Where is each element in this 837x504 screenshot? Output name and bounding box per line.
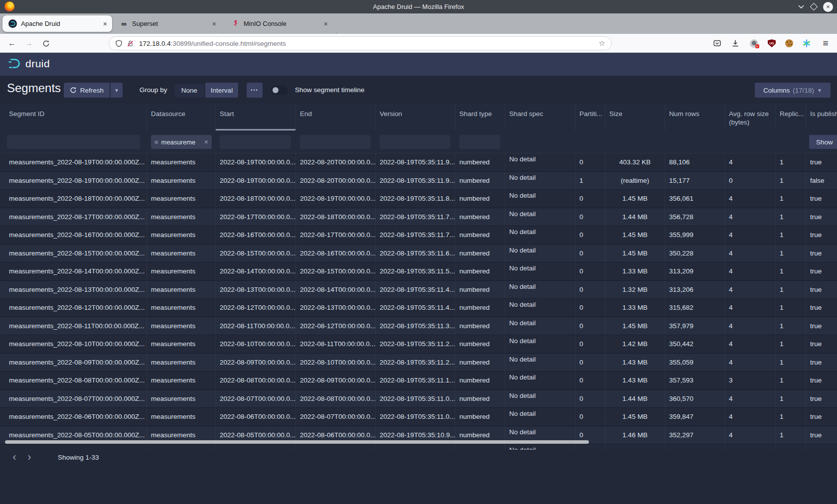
column-header-datasource[interactable]: Datasource — [147, 104, 216, 130]
table-row[interactable]: measurements_2022-08-15T00:00:00.000Z...… — [0, 245, 837, 263]
column-header-version[interactable]: Version — [376, 104, 455, 130]
table-row[interactable]: measurements_2022-08-16T00:00:00.000Z...… — [0, 226, 837, 245]
columns-button[interactable]: Columns (17/18) ▼ — [755, 83, 831, 98]
cell-datasource: measurements — [147, 226, 216, 244]
more-options-button[interactable]: ••• — [247, 83, 263, 98]
segment-timeline-toggle[interactable] — [271, 86, 288, 95]
reload-button[interactable] — [40, 37, 52, 49]
tab-minio-console[interactable]: MinIO Console × — [225, 15, 333, 32]
table-row[interactable]: measurements_2022-08-13T00:00:00.000Z...… — [0, 281, 837, 299]
remove-filter-icon[interactable]: × — [204, 138, 208, 146]
table-row[interactable]: measurements_2022-08-18T00:00:00.000Z...… — [0, 190, 837, 208]
version-filter-input[interactable] — [380, 135, 450, 149]
column-header-start[interactable]: Start — [216, 104, 296, 130]
cell-is-published: true — [806, 226, 837, 244]
table-row[interactable]: measurements_2022-08-12T00:00:00.000Z...… — [0, 299, 837, 317]
cell-shard-type: numbered — [455, 390, 505, 408]
cell-end: 2022-08-08T00:00:00.0... — [296, 390, 376, 408]
cell-datasource: measurements — [147, 317, 216, 335]
column-header-shard-type[interactable]: Shard type — [455, 104, 505, 130]
downloads-icon[interactable] — [730, 38, 741, 49]
column-header-partition[interactable]: Partiti... — [575, 104, 605, 130]
table-row[interactable]: measurements_2022-08-08T00:00:00.000Z...… — [0, 372, 837, 390]
cell-num-rows: 356,728 — [665, 208, 725, 226]
cell-size: 1.45 MB — [605, 317, 665, 335]
cell-avg-row-size: 4 — [725, 190, 776, 208]
cell-replicas: 1 — [776, 190, 806, 208]
start-filter-input[interactable] — [220, 135, 291, 149]
next-page-button[interactable]: › — [22, 450, 37, 465]
druid-logo[interactable]: druid — [7, 57, 50, 70]
cell-datasource: measurements — [147, 354, 216, 372]
back-button[interactable]: ← — [6, 37, 18, 49]
table-row[interactable]: measurements_2022-08-06T00:00:00.000Z...… — [0, 408, 837, 426]
tab-close-icon[interactable]: × — [324, 20, 328, 28]
tab-apache-druid[interactable]: Apache Druid × — [2, 15, 112, 32]
cell-num-rows: 352,297 — [665, 426, 725, 444]
horizontal-scrollbar[interactable] — [5, 440, 589, 444]
colorful-asterisk-extension-icon[interactable] — [801, 38, 812, 49]
cell-datasource: measurements — [147, 190, 216, 208]
table-row[interactable]: measurements_2022-08-17T00:00:00.000Z...… — [0, 208, 837, 227]
group-by-none-button[interactable]: None — [174, 83, 205, 98]
table-row[interactable]: measurements_2022-08-11T00:00:00.000Z...… — [0, 317, 837, 336]
cell-size: 1.45 MB — [605, 245, 665, 262]
connection-not-secure-icon[interactable] — [127, 40, 134, 47]
column-header-shard-spec[interactable]: Shard spec — [505, 104, 575, 130]
cell-num-rows: 355,059 — [665, 354, 725, 372]
cell-num-rows: 357,979 — [665, 317, 725, 335]
menu-hamburger-icon[interactable]: ≡ — [820, 38, 831, 49]
druid-logo-text: druid — [25, 58, 50, 70]
group-by-interval-button[interactable]: Interval — [205, 83, 238, 98]
cell-partition: 0 — [575, 299, 605, 317]
refresh-button[interactable]: Refresh — [64, 83, 110, 98]
cell-size: 1.32 MB — [605, 281, 665, 299]
table-row[interactable]: measurements_2022-08-10T00:00:00.000Z...… — [0, 335, 837, 354]
forward-button[interactable]: → — [23, 37, 35, 49]
url-bar[interactable]: 172.18.0.4:30899/unified-console.html#se… — [109, 36, 612, 50]
cookie-extension-icon[interactable] — [784, 38, 795, 49]
window-maximize-button[interactable] — [810, 3, 818, 11]
cell-shard-type: numbered — [455, 226, 505, 244]
shield-icon[interactable] — [115, 40, 123, 47]
column-header-replicas[interactable]: Replic... — [776, 104, 806, 130]
extension-account-icon[interactable]: × — [748, 38, 759, 49]
column-header-end[interactable]: End — [296, 104, 376, 130]
table-row[interactable]: measurements_2022-08-14T00:00:00.000Z...… — [0, 262, 837, 281]
shard-type-filter-input[interactable] — [459, 135, 500, 149]
tab-label: Apache Druid — [21, 20, 98, 27]
is-published-filter-button[interactable]: Show — [809, 135, 837, 149]
column-header-segment-id[interactable]: Segment ID — [0, 104, 147, 130]
cell-shard-type: numbered — [455, 172, 505, 190]
cell-avg-row-size: 4 — [725, 245, 776, 262]
tab-close-icon[interactable]: × — [103, 20, 107, 28]
end-filter-input[interactable] — [300, 135, 371, 149]
table-row[interactable]: measurements_2022-08-09T00:00:00.000Z...… — [0, 354, 837, 372]
cell-shard-spec: No detail — [505, 226, 575, 244]
cell-replicas: 1 — [776, 335, 806, 353]
refresh-dropdown-caret[interactable]: ▼ — [110, 83, 123, 98]
cell-is-published: true — [806, 208, 837, 226]
segment-id-filter-input[interactable] — [7, 135, 140, 149]
pocket-icon[interactable] — [711, 38, 722, 49]
cell-shard-spec: No detail — [505, 281, 575, 299]
column-header-is-published[interactable]: Is published — [806, 104, 837, 130]
bookmark-star-icon[interactable]: ☆ — [599, 39, 605, 48]
cell-end: 2022-08-07T00:00:00.0... — [296, 408, 376, 426]
column-header-size[interactable]: Size — [605, 104, 665, 130]
cell-num-rows: 15,177 — [665, 172, 725, 190]
table-row[interactable]: measurements_2022-08-19T00:00:00.000Z...… — [0, 172, 837, 190]
tab-superset[interactable]: ∞ Superset × — [114, 15, 221, 32]
ublock-origin-icon[interactable]: UO — [766, 38, 777, 49]
pager-bar: ‹ › Showing 1-33 — [0, 448, 837, 466]
table-row[interactable]: measurements_2022-08-07T00:00:00.000Z...… — [0, 390, 837, 408]
window-close-button[interactable]: × — [823, 2, 833, 12]
window-minimize-button[interactable] — [798, 4, 805, 9]
cell-start: 2022-08-11T00:00:00.0... — [216, 317, 296, 335]
column-header-avg-row-size[interactable]: Avg. row size (bytes) — [725, 104, 776, 130]
datasource-filter-chip[interactable]: ≡ measureme × — [151, 135, 212, 149]
column-header-num-rows[interactable]: Num rows — [665, 104, 725, 130]
table-row[interactable]: measurements_2022-08-19T00:00:00.000Z...… — [0, 153, 837, 172]
tab-close-icon[interactable]: × — [212, 20, 216, 28]
previous-page-button[interactable]: ‹ — [7, 450, 22, 465]
